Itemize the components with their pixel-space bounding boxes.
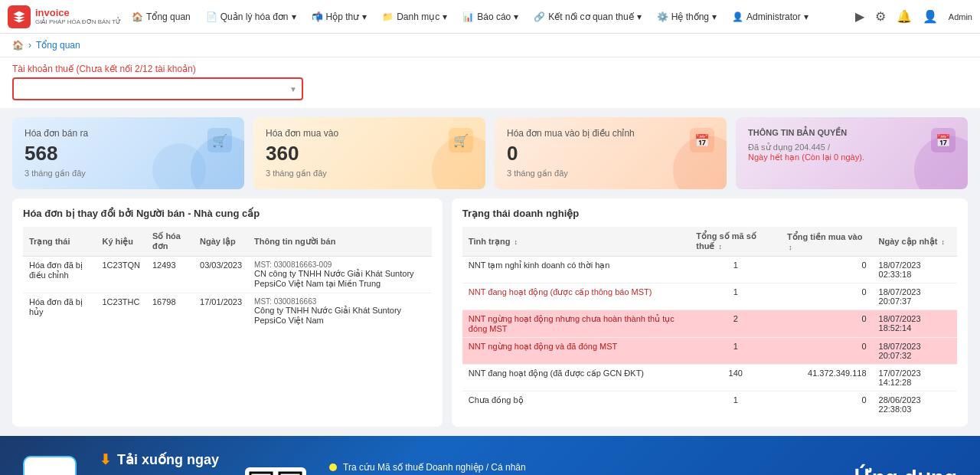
date-cell: 28/06/2023 22:38:03 bbox=[873, 391, 957, 418]
arrow-icon: ▾ bbox=[292, 11, 296, 22]
arrow-icon: ▾ bbox=[443, 11, 447, 22]
table-row: NNT tạm nghỉ kinh doanh có thời hạn 1 0 … bbox=[462, 257, 957, 283]
amount-cell: 0 bbox=[781, 391, 872, 418]
card-banquyen: 📅 THÔNG TIN BẢN QUYỀN Đã sử dụng 204.445… bbox=[736, 117, 968, 189]
home-icon-small: 🏠 bbox=[12, 40, 24, 51]
bottom-row: Hóa đơn bị thay đổi bởi Người bán - Nhà … bbox=[12, 198, 968, 427]
business-section-title: Trạng thái doanh nghiệp bbox=[462, 208, 957, 219]
card-title-dieuchinh: Hóa đơn mua vào bị điều chỉnh bbox=[507, 128, 714, 139]
banner-features: Tra cứu Mã số thuế Doanh nghiệp / Cá nhâ… bbox=[329, 462, 802, 475]
nav-tonquan[interactable]: 🏠 Tổng quan bbox=[124, 0, 198, 34]
youtube-icon[interactable]: ▶ bbox=[855, 9, 864, 24]
account-bar: Tài khoản thuế (Chưa kết nối 2/12 tài kh… bbox=[0, 57, 980, 108]
arrow-icon: ▾ bbox=[804, 11, 808, 22]
status-cell: Hóa đơn đã bị điều chỉnh bbox=[23, 257, 96, 293]
symbol-cell: 1C23TQN bbox=[96, 257, 146, 293]
cards-row: 🛒 Hóa đơn bán ra 568 3 tháng gần đây 🛒 H… bbox=[12, 117, 968, 189]
invoices-table: Trạng thái Ký hiệu Số hóa đơn Ngày lập T… bbox=[23, 227, 432, 329]
account-select[interactable] bbox=[12, 77, 303, 100]
card-hoadon-dieuchinh: 📅 Hóa đơn mua vào bị điều chỉnh 0 3 thán… bbox=[495, 117, 727, 189]
date-cell: 03/03/2023 bbox=[194, 257, 248, 293]
card-title-banra: Hóa đơn bán ra bbox=[24, 128, 232, 139]
profile-icon[interactable]: 👤 bbox=[923, 9, 938, 24]
breadcrumb-sep: › bbox=[28, 40, 31, 51]
arrow-icon: ▾ bbox=[637, 11, 642, 22]
symbol-cell: 1C23THC bbox=[96, 293, 146, 330]
breadcrumb: 🏠 › Tổng quan bbox=[0, 34, 980, 57]
invoices-section-title: Hóa đơn bị thay đổi bởi Người bán - Nhà … bbox=[23, 208, 432, 219]
user-icon: 👤 bbox=[732, 11, 743, 22]
count-cell: 1 bbox=[690, 391, 781, 418]
banner-app-info: Ứng dụng Tra cứu Mã số thuế M-invoice We… bbox=[825, 467, 957, 475]
card-title-muavao: Hóa đơn mua vào bbox=[266, 128, 473, 139]
table-row: NNT ngừng hoạt động và đã đóng MST 1 0 1… bbox=[462, 338, 957, 365]
qr-code bbox=[245, 467, 306, 475]
card-hoadon-banra: 🛒 Hóa đơn bán ra 568 3 tháng gần đây bbox=[12, 117, 244, 189]
app-title: Ứng dụng bbox=[825, 467, 957, 475]
number-cell: 16798 bbox=[146, 293, 194, 330]
folder-icon: 📁 bbox=[382, 11, 394, 22]
card-title-banquyen: THÔNG TIN BẢN QUYỀN bbox=[748, 128, 956, 138]
feature-1: Tra cứu Mã số thuế Doanh nghiệp / Cá nhâ… bbox=[329, 462, 802, 473]
nav-admin[interactable]: 👤 Administrator ▾ bbox=[724, 0, 816, 34]
nav-hopthu[interactable]: 📬 Hộp thư ▾ bbox=[304, 0, 375, 34]
count-cell: 1 bbox=[690, 283, 781, 310]
qr-svg bbox=[249, 471, 302, 475]
main-content: 🛒 Hóa đơn bán ra 568 3 tháng gần đây 🛒 H… bbox=[0, 108, 980, 436]
col-tongtienmua: Tổng tiền mua vào ↕ bbox=[781, 227, 872, 257]
arrow-icon: ▾ bbox=[712, 11, 717, 22]
breadcrumb-current[interactable]: Tổng quan bbox=[36, 40, 80, 51]
table-row: NNT ngừng hoạt động nhưng chưa hoàn thàn… bbox=[462, 310, 957, 338]
bell-icon[interactable]: 🔔 bbox=[897, 9, 912, 24]
nav-hethong[interactable]: ⚙️ Hệ thống ▾ bbox=[649, 0, 724, 34]
download-icon: ⬇ bbox=[100, 451, 111, 468]
header: invoice GIẢI PHÁP HÓA ĐƠN BÁN TỬ 🏠 Tổng … bbox=[0, 0, 980, 34]
date-cell: 18/07/2023 18:52:14 bbox=[873, 310, 957, 338]
gear-icon: ⚙️ bbox=[657, 11, 668, 22]
amount-cell: 0 bbox=[781, 257, 872, 283]
business-table: Tình trạng ↕ Tổng số mã số thuế ↕ Tổng t… bbox=[462, 227, 957, 418]
date-cell: 18/07/2023 20:07:37 bbox=[873, 283, 957, 310]
phone-image: 📱 bbox=[23, 456, 77, 475]
count-cell: 2 bbox=[690, 310, 781, 338]
table-row: NNT đang hoạt động (đã được cấp GCN ĐKT)… bbox=[462, 365, 957, 391]
business-status-section: Trạng thái doanh nghiệp Tình trạng ↕ Tổn… bbox=[452, 198, 968, 427]
nav-danhmuc[interactable]: 📁 Danh mục ▾ bbox=[374, 0, 455, 34]
date-cell: 17/01/2023 bbox=[194, 293, 248, 330]
table-row: NNT đang hoạt động (được cấp thông báo M… bbox=[462, 283, 957, 310]
status-cell: NNT tạm nghỉ kinh doanh có thời hạn bbox=[462, 257, 691, 283]
status-cell: NNT ngừng hoạt động nhưng chưa hoàn thàn… bbox=[462, 310, 691, 338]
number-cell: 12493 bbox=[146, 257, 194, 293]
link-icon: 🔗 bbox=[534, 11, 545, 22]
logo-subtitle: GIẢI PHÁP HÓA ĐƠN BÁN TỬ bbox=[35, 18, 121, 25]
invoices-changed-section: Hóa đơn bị thay đổi bởi Người bán - Nhà … bbox=[12, 198, 443, 427]
main-nav: 🏠 Tổng quan 📄 Quản lý hóa đơn ▾ 📬 Hộp th… bbox=[124, 0, 852, 34]
amount-cell: 0 bbox=[781, 338, 872, 365]
logo: invoice GIẢI PHÁP HÓA ĐƠN BÁN TỬ bbox=[8, 5, 121, 28]
seller-cell: MST: 0300816663-009CN công ty TNHH Nước … bbox=[248, 257, 432, 293]
chart-icon: 📊 bbox=[462, 11, 474, 22]
nav-baocao[interactable]: 📊 Báo cáo ▾ bbox=[455, 0, 526, 34]
table-row: Hóa đơn đã bị hủy 1C23THC 16798 17/01/20… bbox=[23, 293, 432, 330]
settings-icon[interactable]: ⚙ bbox=[875, 9, 886, 24]
mail-icon: 📬 bbox=[312, 11, 323, 22]
status-cell: NNT đang hoạt động (được cấp thông báo M… bbox=[462, 283, 691, 310]
nav-ketnoi[interactable]: 🔗 Kết nối cơ quan thuế ▾ bbox=[526, 0, 648, 34]
table-row: Chưa đồng bộ 1 0 28/06/2023 22:38:03 bbox=[462, 391, 957, 418]
date-cell: 18/07/2023 20:07:32 bbox=[873, 338, 957, 365]
account-select-wrapper bbox=[12, 77, 303, 100]
status-cell: Chưa đồng bộ bbox=[462, 391, 691, 418]
status-cell: NNT ngừng hoạt động và đã đóng MST bbox=[462, 338, 691, 365]
status-cell: Hóa đơn đã bị hủy bbox=[23, 293, 96, 330]
app-banner: 📱 ⬇ Tải xuống ngay Get it on the App Sto… bbox=[0, 436, 980, 475]
logo-text: invoice bbox=[35, 8, 121, 18]
col-kyhieu: Ký hiệu bbox=[96, 227, 146, 257]
amount-cell: 0 bbox=[781, 283, 872, 310]
seller-cell: MST: 0300816663Công ty TNHH Nước Giải Kh… bbox=[248, 293, 432, 330]
arrow-icon: ▾ bbox=[514, 11, 518, 22]
amount-cell: 41.372.349.118 bbox=[781, 365, 872, 391]
account-warning: (Chưa kết nối 2/12 tài khoản) bbox=[76, 64, 195, 74]
nav-quanlyhoadon[interactable]: 📄 Quản lý hóa đơn ▾ bbox=[198, 0, 304, 34]
table-row: Hóa đơn đã bị điều chỉnh 1C23TQN 12493 0… bbox=[23, 257, 432, 293]
col-thongtin: Thông tin người bán bbox=[248, 227, 432, 257]
